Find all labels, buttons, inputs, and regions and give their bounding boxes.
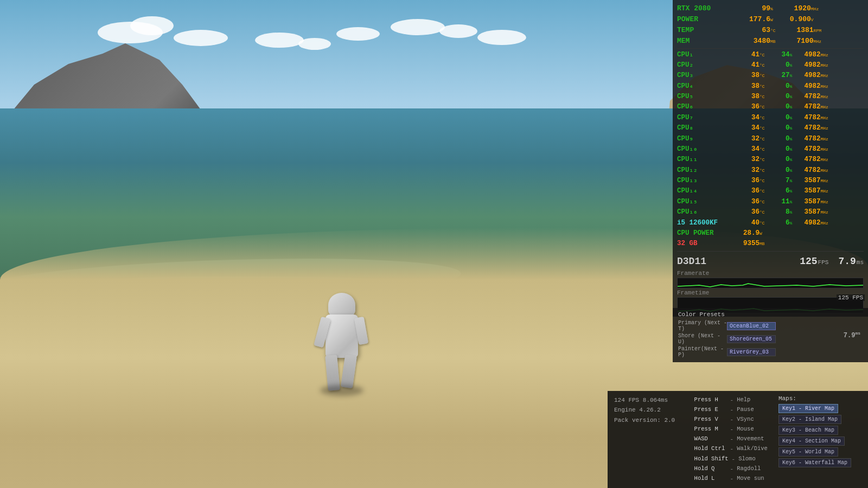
key-desc: Pause [737,405,754,415]
info-panel: 124 FPS 8.064ms Engine 4.26.2 Pack versi… [608,391,868,488]
key-binding-row: Press E - Pause [694,405,768,415]
key-desc: Ragdoll [737,464,761,474]
color-presets-title: Color Presets [678,311,776,318]
robot-shadow [320,385,363,396]
hw-cpu-row: CPU₁ 41°C 34% 4982MHz [677,50,864,60]
key-binding-row: Press H - Help [694,395,768,405]
map-button-5[interactable]: Key5 - World Map [778,447,838,457]
key-binding-row: WASD - Movement [694,434,768,444]
robot-body [326,314,358,358]
key-name: Press H [694,395,727,405]
key-desc: Mouse [737,425,754,434]
maps-section: Maps: Key1 - River MapKey2 - Island MapK… [778,395,861,484]
hw-cpu-row: CPU₁₀ 34°C 0% 4782MHz [677,144,864,155]
hw-row: MEM 3480MB 7100MHz [677,36,864,47]
hw-cpu-row: CPU₅ 38°C 0% 4782MHz [677,92,864,102]
hw-cpu-row: CPU₈ 34°C 0% 4782MHz [677,123,864,133]
hw-cpu-row: CPU₁₄ 36°C 6% 3587MHz [677,186,864,196]
engine-version: Engine 4.26.2 [614,405,684,415]
color-presets-panel: Color Presets Primary (Next - T) OceanBl… [673,308,868,362]
framerate-label: Framerate [677,270,864,277]
color-preset-primary-row: Primary (Next - T) OceanBlue_02 [678,320,776,332]
fps-stat: 124 FPS 8.064ms [614,395,684,406]
key-binding-row: Press V - VSync [694,415,768,425]
cloud [255,33,304,48]
ms-unit: ms [857,258,864,268]
map-button-1[interactable]: Key1 - River Map [778,404,838,413]
hw-row: TEMP 63°C 1381RPM [677,25,864,36]
hw-cpu-row: CPU₁₁ 32°C 0% 4782MHz [677,155,864,165]
hw-cpu-row: CPU₁₂ 32°C 0% 4782MHz [677,165,864,176]
key-desc: Move sun [737,474,764,484]
cloud [298,38,331,50]
color-preset-primary-key: Primary (Next - T) [678,320,727,332]
hw-cpu-row: CPU₁₃ 36°C 7% 3587MHz [677,176,864,186]
hw-monitor-overlay: RTX 2080 99% 1920MHz POWER 177.6W 0.900V… [673,0,868,317]
hw-cpu-row: i5 12600KF 40°C 6% 4982MHz [677,218,864,228]
robot-character [315,282,369,390]
cloud [477,30,526,45]
hw-cpu-row: CPU₁₅ 36°C 11% 3587MHz [677,197,864,207]
key-name: Hold Ctrl [694,444,727,454]
fps-unit: FPS [818,258,829,268]
color-presets-section: Color Presets Primary (Next - T) OceanBl… [678,311,776,359]
map-button-2[interactable]: Key2 - Island Map [778,415,841,424]
key-name: Hold L [694,474,727,484]
map-button-4[interactable]: Key4 - Section Map [778,436,845,446]
hw-cpu-row: CPU₉ 32°C 0% 4782MHz [677,134,864,144]
map-button-6[interactable]: Key6 - Waterfall Map [778,458,851,467]
color-preset-painter-key: Painter(Next - P) [678,346,727,358]
color-preset-primary-val: OceanBlue_02 [727,322,776,330]
key-name: Press V [694,415,727,425]
key-name: Press E [694,405,727,415]
hw-cpu-row: CPU₃ 38°C 27% 4982MHz [677,70,864,81]
hw-cpu-row: 32 GB 9355MB [677,239,864,249]
key-name: Hold Shift [694,454,729,464]
color-preset-shore-val: ShoreGreen_05 [727,335,776,343]
ms-value: 7.9 [838,253,856,270]
key-binding-row: Hold L - Move sun [694,474,768,484]
hw-cpu-row: CPU₆ 36°C 0% 4782MHz [677,102,864,112]
cloud [391,19,445,35]
key-desc: Help [737,395,750,405]
frametime-label: Frametime [677,290,864,296]
key-name: Hold Q [694,464,727,474]
hw-cpu-row: CPU₇ 34°C 0% 4782MHz [677,113,864,123]
robot-leg-right [341,355,357,388]
key-desc: VSync [737,415,754,425]
key-name: WASD [694,434,727,444]
color-preset-painter-val: RiverGrey_03 [727,348,776,356]
frametime-graph [677,278,864,288]
key-desc: Slomo [738,454,756,464]
cloud [439,24,477,38]
cloud [336,27,380,41]
cloud [130,16,174,35]
maps-title: Maps: [778,395,861,402]
map-button-3[interactable]: Key3 - Beach Map [778,426,838,435]
robot-head [328,293,355,317]
fps-corner-indicator: 125 FPS [837,294,865,301]
color-preset-painter-row: Painter(Next - P) RiverGrey_03 [678,346,776,358]
key-binding-row: Press M - Mouse [694,425,768,434]
d3d-row: D3D11 125 FPS 7.9 ms [677,253,864,270]
key-desc: Movement [737,434,764,444]
color-preset-shore-row: Shore (Next - U) ShoreGreen_05 [678,333,776,345]
hw-row: RTX 2080 99% 1920MHz [677,3,864,14]
hw-row: POWER 177.6W 0.900V [677,14,864,25]
key-desc: Walk/Dive [737,444,768,454]
hw-cpu-row: CPU₂ 41°C 0% 4982MHz [677,60,864,70]
d3d-label: D3D11 [677,253,800,270]
hw-cpu-row: CPU₁₆ 36°C 8% 3587MHz [677,207,864,217]
key-binding-row: Hold Shift - Slomo [694,454,768,464]
fps-value: 125 [800,253,817,270]
hw-cpu-row: CPU POWER 28.9W [677,228,864,239]
info-stats-section: 124 FPS 8.064ms Engine 4.26.2 Pack versi… [614,395,684,484]
hw-cpu-row: CPU₄ 38°C 0% 4982MHz [677,81,864,92]
key-bindings-section: Press H - Help Press E - Pause Press V -… [694,395,768,484]
key-binding-row: Hold Ctrl - Walk/Dive [694,444,768,454]
cloud [174,30,228,46]
key-name: Press M [694,425,727,434]
pack-version: Pack version: 2.0 [614,415,684,426]
color-preset-shore-key: Shore (Next - U) [678,333,727,345]
key-binding-row: Hold Q - Ragdoll [694,464,768,474]
